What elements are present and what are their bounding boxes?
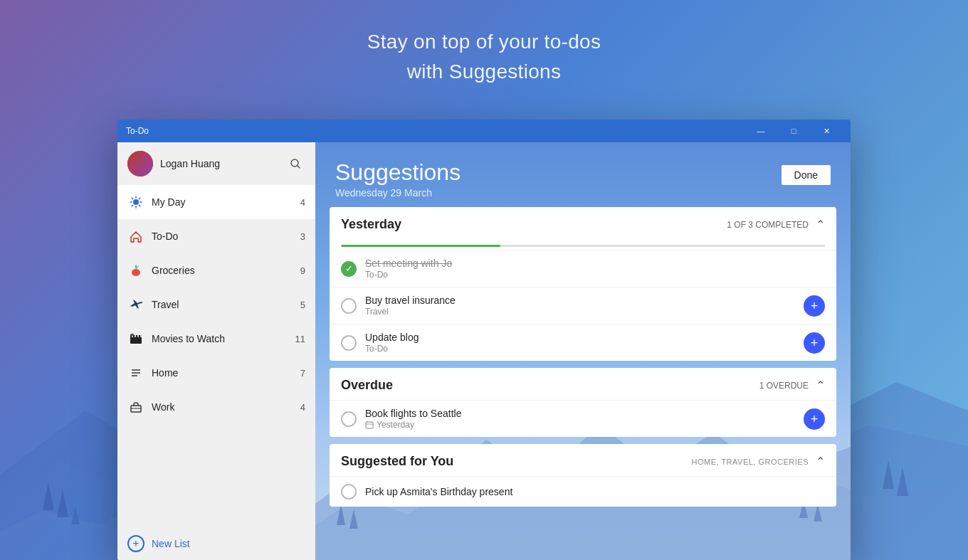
calendar-icon (365, 421, 374, 429)
plus-icon: + (811, 300, 819, 312)
work-label: Work (152, 401, 300, 413)
hero-text: Stay on top of your to-dos with Suggesti… (0, 0, 968, 87)
travel-count: 5 (300, 300, 305, 310)
avatar-image (127, 151, 153, 176)
task-update-blog-add-button[interactable]: + (804, 332, 825, 354)
task-book-flights-info: Book flights to Seattle Yesterday (365, 408, 804, 430)
yesterday-count: 1 OF 3 COMPLETED (727, 220, 809, 230)
task-book-flights-name: Book flights to Seattle (365, 408, 804, 419)
work-icon (127, 398, 144, 416)
new-list-plus-icon: + (127, 535, 144, 552)
suggested-tags: HOME, TRAVEL, GROCERIES (691, 458, 809, 466)
yesterday-progress-fill (341, 245, 500, 247)
task-buy-travel: Buy travel insurance Travel + (330, 287, 836, 324)
sidebar-item-travel[interactable]: Travel 5 (117, 287, 315, 322)
hero-line1: Stay on top of your to-dos (0, 27, 968, 57)
yesterday-collapse-button[interactable]: ⌃ (816, 218, 825, 231)
svg-marker-4 (57, 489, 68, 517)
task-book-flights-check[interactable] (341, 411, 357, 427)
task-buy-travel-add-button[interactable]: + (804, 295, 825, 317)
task-update-blog-check[interactable] (341, 335, 357, 351)
sidebar-item-home[interactable]: Home 7 (117, 356, 315, 390)
overdue-title: Overdue (341, 378, 393, 393)
movies-icon (127, 330, 144, 347)
home-icon (127, 228, 144, 245)
panel-date: Wednesday 29 March (335, 187, 461, 199)
home-count: 7 (300, 368, 305, 379)
to-do-count: 3 (300, 231, 305, 242)
task-update-blog: Update blog To-Do + (330, 324, 836, 361)
svg-line-18 (132, 205, 132, 206)
suggested-meta: HOME, TRAVEL, GROCERIES ⌃ (691, 455, 825, 468)
svg-line-16 (139, 205, 140, 206)
sun-icon (127, 194, 144, 211)
sidebar-item-to-do[interactable]: To-Do 3 (117, 219, 315, 253)
app-title: To-Do (126, 126, 745, 136)
svg-marker-6 (897, 467, 908, 496)
svg-marker-3 (43, 482, 54, 510)
user-name: Logan Huang (160, 158, 285, 169)
new-list-label: New List (152, 538, 190, 549)
svg-line-17 (139, 198, 140, 199)
to-do-label: To-Do (152, 231, 300, 242)
sidebar-item-movies-to-watch[interactable]: Movies to Watch 11 (117, 322, 315, 356)
task-set-meeting-list: To-Do (365, 270, 825, 280)
movies-to-watch-label: Movies to Watch (152, 333, 295, 344)
yesterday-card: Yesterday 1 OF 3 COMPLETED ⌃ Set meet (330, 207, 836, 361)
task-set-meeting: Set meeting with Jo To-Do (330, 250, 836, 287)
my-day-label: My Day (152, 196, 300, 208)
task-birthday-present-name: Pick up Asmita's Birthday present (365, 486, 825, 497)
done-button[interactable]: Done (782, 165, 831, 185)
task-book-flights: Book flights to Seattle Yesterday (330, 400, 836, 437)
svg-point-10 (133, 199, 139, 205)
overdue-count: 1 OVERDUE (759, 381, 809, 391)
my-day-count: 4 (300, 197, 305, 208)
task-update-blog-list: To-Do (365, 344, 804, 354)
close-button[interactable]: ✕ (811, 120, 842, 142)
sidebar-nav: My Day 4 To-Do 3 (117, 185, 315, 527)
app-body: Logan Huang (117, 142, 851, 560)
svg-marker-7 (71, 507, 80, 524)
suggested-collapse-button[interactable]: ⌃ (816, 455, 825, 468)
movies-to-watch-count: 11 (295, 334, 305, 344)
yesterday-progress-bar (341, 245, 825, 247)
svg-marker-5 (883, 460, 894, 489)
task-birthday-present-info: Pick up Asmita's Birthday present (365, 486, 825, 497)
yesterday-meta: 1 OF 3 COMPLETED ⌃ (727, 218, 825, 231)
minimize-button[interactable]: — (745, 120, 777, 142)
suggested-card: Suggested for You HOME, TRAVEL, GROCERIE… (330, 444, 836, 507)
task-set-meeting-info: Set meeting with Jo To-Do (365, 258, 825, 280)
new-list-button[interactable]: + New List (117, 527, 315, 560)
sidebar-item-work[interactable]: Work 4 (117, 390, 315, 424)
plus-icon: + (811, 413, 819, 426)
sidebar-item-groceries[interactable]: Groceries 9 (117, 253, 315, 287)
cards-area[interactable]: Yesterday 1 OF 3 COMPLETED ⌃ Set meet (315, 207, 851, 560)
svg-point-19 (132, 269, 140, 276)
search-button[interactable] (285, 154, 305, 174)
task-buy-travel-list: Travel (365, 307, 804, 317)
sidebar-item-my-day[interactable]: My Day 4 (117, 185, 315, 219)
task-buy-travel-info: Buy travel insurance Travel (365, 295, 804, 317)
list-icon (127, 364, 144, 381)
panel-header: Suggestions Wednesday 29 March Done (315, 142, 851, 207)
task-book-flights-add-button[interactable]: + (804, 408, 825, 430)
title-bar: To-Do — □ ✕ (117, 120, 851, 142)
task-set-meeting-check[interactable] (341, 261, 357, 277)
hero-line2: with Suggestions (0, 57, 968, 87)
yesterday-title: Yesterday (341, 217, 401, 232)
work-count: 4 (300, 402, 305, 413)
groceries-count: 9 (300, 265, 305, 276)
overdue-collapse-button[interactable]: ⌃ (816, 379, 825, 392)
task-birthday-present-check[interactable] (341, 484, 357, 500)
plus-icon: + (811, 337, 819, 349)
svg-line-15 (132, 198, 132, 199)
maximize-button[interactable]: □ (778, 120, 809, 142)
task-birthday-present: Pick up Asmita's Birthday present (330, 476, 836, 507)
task-buy-travel-check[interactable] (341, 298, 357, 314)
window-controls: — □ ✕ (745, 120, 842, 142)
task-book-flights-list: Yesterday (365, 420, 804, 430)
travel-label: Travel (152, 299, 300, 310)
app-window: To-Do — □ ✕ Logan Huang (117, 120, 851, 560)
yesterday-card-header: Yesterday 1 OF 3 COMPLETED ⌃ (330, 207, 836, 239)
overdue-meta: 1 OVERDUE ⌃ (759, 379, 825, 392)
